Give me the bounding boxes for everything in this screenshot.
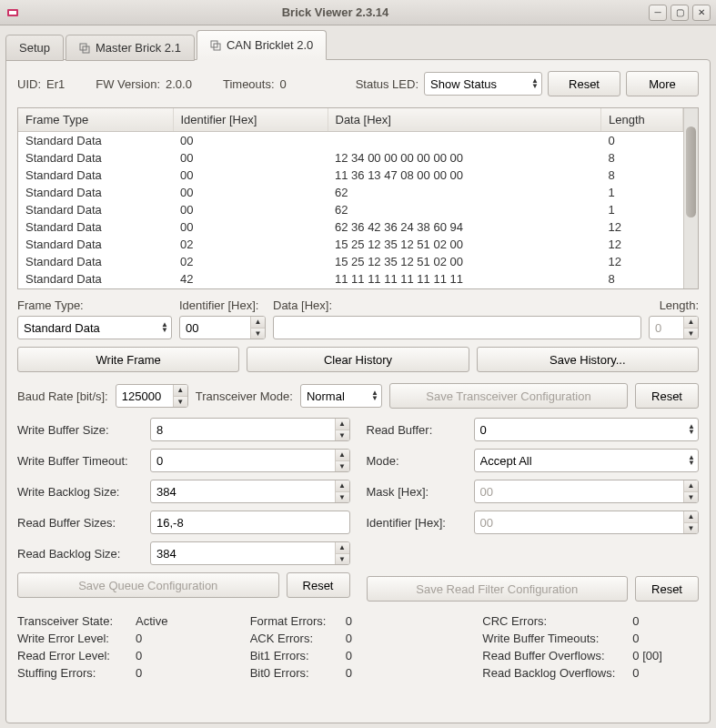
spin-down-icon[interactable]: ▼ [335, 430, 349, 441]
filter-mask-label: Mask [Hex]: [367, 485, 467, 499]
maximize-button[interactable]: ▢ [671, 5, 689, 21]
table-row[interactable]: Standard Data00621 [18, 201, 683, 218]
tab-can-bricklet[interactable]: CAN Bricklet 2.0 [197, 30, 327, 60]
bit1-errors-value: 0 [346, 649, 352, 662]
table-scrollbar[interactable] [683, 108, 698, 288]
data-input[interactable] [273, 316, 641, 339]
transceiver-mode-label: Transceiver Mode: [196, 389, 293, 403]
spin-up-icon[interactable]: ▲ [335, 450, 349, 461]
tab-master-label: Master Brick 2.1 [96, 41, 181, 55]
read-buffer-sizes-label: Read Buffer Sizes: [17, 516, 143, 530]
spin-down-icon[interactable]: ▼ [335, 492, 349, 503]
table-row[interactable]: Standard Data0012 34 00 00 00 00 00 008 [18, 149, 683, 167]
format-errors-value: 0 [346, 614, 352, 628]
reset-transceiver-button[interactable]: Reset [635, 383, 699, 409]
filter-mode-select[interactable]: Accept All [474, 449, 700, 472]
write-backlog-size-label: Write Backlog Size: [17, 485, 143, 499]
save-queue-button[interactable]: Save Queue Configuration [17, 572, 279, 598]
spin-up-icon[interactable]: ▲ [173, 385, 187, 397]
undock-icon [79, 43, 90, 54]
col-identifier[interactable]: Identifier [Hex] [173, 108, 328, 132]
spin-down-icon[interactable]: ▼ [335, 554, 349, 565]
more-button[interactable]: More [626, 71, 699, 96]
tab-setup-label: Setup [19, 41, 50, 55]
save-filter-button[interactable]: Save Read Filter Configuration [367, 576, 629, 602]
read-backlog-overflows-label: Read Backlog Overflows: [482, 666, 632, 680]
frame-type-select[interactable]: Standard Data [17, 316, 172, 339]
transceiver-state-label: Transceiver State: [17, 614, 136, 628]
stuffing-errors-label: Stuffing Errors: [17, 666, 136, 680]
bit0-errors-label: Bit0 Errors: [250, 666, 346, 680]
table-row[interactable]: Standard Data000 [18, 132, 683, 150]
app-icon [5, 5, 20, 20]
spin-down-icon[interactable]: ▼ [335, 461, 349, 472]
write-error-level-value: 0 [136, 632, 142, 645]
col-length[interactable]: Length [601, 108, 683, 132]
write-buffer-timeouts-value: 0 [632, 632, 639, 645]
col-frame-type[interactable]: Frame Type [18, 108, 173, 132]
spin-down-icon[interactable]: ▼ [173, 397, 187, 408]
tab-master-brick[interactable]: Master Brick 2.1 [66, 35, 195, 61]
baud-label: Baud Rate [bit/s]: [17, 389, 108, 403]
spin-up-icon[interactable]: ▲ [335, 542, 349, 554]
filter-identifier-label: Identifier [Hex]: [367, 516, 467, 530]
table-row[interactable]: Standard Data0215 25 12 35 12 51 02 0012 [18, 253, 683, 270]
save-transceiver-button[interactable]: Save Transceiver Configuration [389, 383, 628, 409]
fw-label: FW Version: [96, 77, 160, 91]
undock-icon [210, 40, 221, 51]
filter-identifier-input [474, 511, 700, 534]
crc-errors-label: CRC Errors: [482, 614, 632, 628]
spin-down-icon[interactable]: ▼ [683, 329, 698, 339]
write-frame-button[interactable]: Write Frame [17, 347, 239, 372]
read-buffer-select[interactable]: 0 [474, 418, 700, 441]
table-row[interactable]: Standard Data00621 [18, 184, 683, 201]
spin-down-icon: ▼ [683, 492, 698, 503]
clear-history-button[interactable]: Clear History [247, 347, 469, 372]
read-buffer-overflows-value: 0 [00] [632, 649, 662, 662]
close-button[interactable]: ✕ [692, 5, 711, 21]
transceiver-mode-select[interactable]: Normal [300, 384, 382, 408]
panel-can: UID: Er1 FW Version: 2.0.0 Timeouts: 0 S… [5, 59, 711, 723]
titlebar[interactable]: Brick Viewer 2.3.14 ─ ▢ ✕ [0, 0, 716, 25]
read-buffer-sizes-input[interactable] [150, 511, 350, 534]
write-error-level-label: Write Error Level: [17, 632, 136, 645]
save-history-button[interactable]: Save History... [477, 347, 699, 372]
fw-value: 2.0.0 [166, 77, 192, 91]
write-buffer-size-input[interactable] [150, 418, 350, 441]
statusled-select[interactable]: Show Status [424, 72, 542, 96]
read-backlog-size-input[interactable] [150, 541, 350, 565]
spin-down-icon: ▼ [683, 523, 698, 534]
spin-up-icon: ▲ [683, 511, 698, 523]
statusled-label: Status LED: [356, 77, 419, 91]
read-error-level-value: 0 [136, 649, 142, 662]
frame-table: Frame Type Identifier [Hex] Data [Hex] L… [17, 107, 699, 289]
timeouts-value: 0 [280, 77, 287, 91]
read-buffer-label: Read Buffer: [367, 423, 467, 437]
minimize-button[interactable]: ─ [649, 5, 667, 21]
spin-up-icon[interactable]: ▲ [683, 317, 698, 329]
write-backlog-size-input[interactable] [150, 480, 350, 503]
write-buffer-size-label: Write Buffer Size: [17, 423, 143, 437]
uid-value: Er1 [46, 77, 65, 91]
table-row[interactable]: Standard Data0215 25 12 35 12 51 02 0012 [18, 236, 683, 253]
col-data[interactable]: Data [Hex] [328, 108, 601, 132]
spin-down-icon[interactable]: ▼ [250, 329, 265, 339]
spin-up-icon[interactable]: ▲ [335, 480, 349, 492]
tab-setup[interactable]: Setup [5, 35, 64, 61]
window-title: Brick Viewer 2.3.14 [25, 5, 645, 19]
reset-queue-button[interactable]: Reset [287, 572, 350, 598]
spin-up-icon[interactable]: ▲ [335, 419, 349, 430]
format-errors-label: Format Errors: [250, 614, 346, 628]
table-row[interactable]: Standard Data0011 36 13 47 08 00 00 008 [18, 167, 683, 184]
table-row[interactable]: Standard Data4211 11 11 11 11 11 11 118 [18, 270, 683, 288]
read-backlog-size-label: Read Backlog Size: [17, 547, 143, 561]
table-row[interactable]: Standard Data0062 36 42 36 24 38 60 9412 [18, 218, 683, 236]
write-buffer-timeout-label: Write Buffer Timeout: [17, 454, 143, 468]
spin-up-icon[interactable]: ▲ [250, 317, 265, 329]
tab-bar: Setup Master Brick 2.1 CAN Bricklet 2.0 [5, 31, 711, 60]
spin-up-icon: ▲ [683, 480, 698, 492]
reset-filter-button[interactable]: Reset [635, 576, 699, 602]
write-buffer-timeout-input[interactable] [150, 449, 350, 472]
bit1-errors-label: Bit1 Errors: [250, 649, 346, 662]
reset-button[interactable]: Reset [548, 71, 620, 96]
